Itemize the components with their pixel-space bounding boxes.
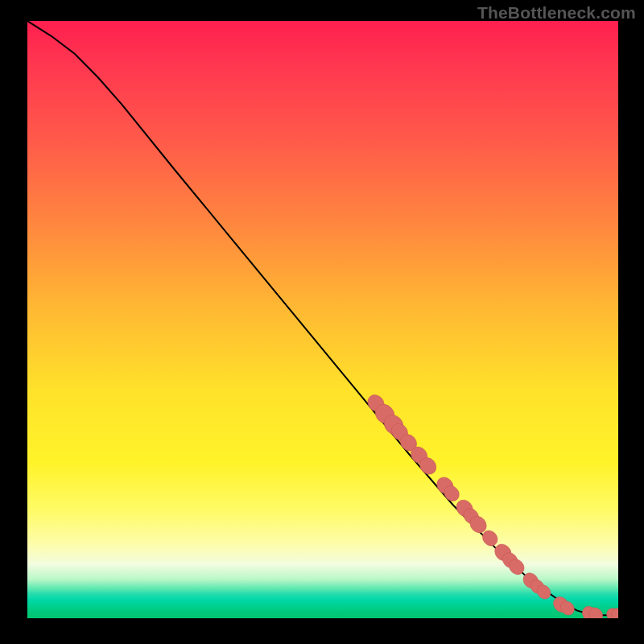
chart-curve	[27, 21, 618, 615]
chart-points	[365, 391, 618, 618]
chart-svg	[27, 21, 618, 618]
watermark-text: TheBottleneck.com	[477, 3, 636, 23]
chart-frame: TheBottleneck.com	[0, 0, 644, 644]
plot-area	[27, 21, 618, 618]
